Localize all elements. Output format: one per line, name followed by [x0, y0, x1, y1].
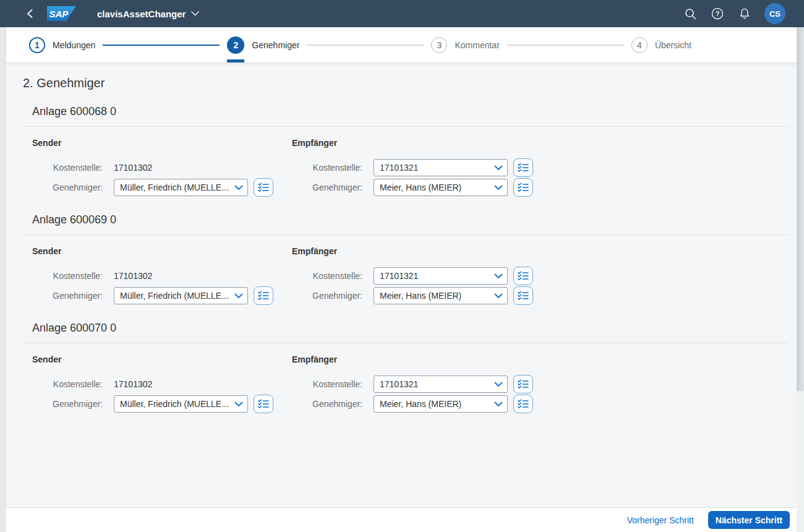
step-label: Genehmiger [252, 40, 299, 50]
next-step-button[interactable]: Nächster Schritt [708, 511, 790, 529]
genehmiger-label: Genehmiger: [292, 182, 362, 192]
anlage-section-600068: Anlage 600068 0 Sender Kostenstelle: 171… [6, 105, 797, 199]
approver-form: Sender Kostenstelle: 17101302 Genehmiger… [6, 127, 797, 199]
select-value: Müller, Friedrich (MUELLE... [120, 182, 234, 192]
kostenstelle-label: Kostenstelle: [32, 379, 103, 389]
step-number: 4 [631, 37, 648, 53]
help-button[interactable]: ? [708, 4, 727, 24]
empfaenger-genehmiger-value-help-button[interactable] [513, 178, 533, 197]
svg-text:SAP: SAP [49, 9, 69, 19]
empfaenger-genehmiger-select[interactable]: Meier, Hans (MEIER) [374, 179, 508, 196]
search-button[interactable] [680, 4, 700, 24]
anlage-title: Anlage 600069 0 [32, 213, 797, 226]
chevron-down-icon [494, 185, 503, 191]
genehmiger-label: Genehmiger: [32, 182, 103, 192]
anlage-section-600070: Anlage 600070 0 Sender Kostenstelle: 171… [6, 322, 797, 415]
chevron-down-icon [494, 401, 503, 407]
select-value: 17101321 [380, 379, 494, 389]
step-connector [307, 45, 424, 46]
empfaenger-kostenstelle-select[interactable]: 17101321 [374, 375, 508, 393]
approver-form: Sender Kostenstelle: 17101302 Genehmiger… [6, 235, 797, 307]
anlage-section-600069: Anlage 600069 0 Sender Kostenstelle: 171… [6, 213, 797, 307]
empfaenger-kostenstelle-value-help-button[interactable] [513, 158, 533, 177]
page-title: 2. Genehmiger [6, 62, 797, 90]
empfaenger-heading: Empfänger [292, 246, 797, 256]
kostenstelle-row: Kostenstelle: 17101302 [32, 375, 292, 393]
kostenstelle-row: Kostenstelle: 17101302 [32, 159, 292, 176]
chevron-down-icon [494, 165, 503, 171]
anlage-title: Anlage 600070 0 [32, 322, 797, 335]
multiselect-icon [518, 399, 529, 409]
search-icon [685, 8, 696, 20]
empfaenger-genehmiger-value-help-button[interactable] [513, 286, 533, 305]
user-avatar[interactable]: CS [764, 3, 785, 24]
empfaenger-column: Empfänger Kostenstelle: 17101321 Genehmi… [292, 246, 797, 307]
multiselect-icon [258, 182, 269, 192]
step-label: Kommentar [455, 40, 499, 50]
back-button[interactable] [17, 0, 42, 27]
kostenstelle-row: Kostenstelle: 17101302 [32, 267, 292, 285]
wizard-step-uebersicht[interactable]: 4 Übersicht [631, 27, 691, 62]
empfaenger-kostenstelle-value-help-button[interactable] [513, 375, 533, 393]
wizard-progress-bar: 1 Meldungen 2 Genehmiger 3 Kommentar 4 Ü… [6, 27, 797, 62]
genehmiger-label: Genehmiger: [32, 291, 103, 301]
empfaenger-column: Empfänger Kostenstelle: 17101321 Genehmi… [292, 138, 797, 199]
kostenstelle-label: Kostenstelle: [292, 163, 362, 173]
notifications-button[interactable] [735, 4, 755, 24]
chevron-down-icon [234, 185, 243, 191]
sender-genehmiger-value-help-button[interactable] [254, 395, 273, 413]
wizard-step-genehmiger[interactable]: 2 Genehmiger [227, 27, 299, 62]
scrollbar-thumb[interactable] [797, 27, 804, 391]
previous-step-button[interactable]: Vorheriger Schritt [623, 515, 698, 526]
genehmiger-row: Genehmiger: Meier, Hans (MEIER) [292, 179, 797, 196]
step-number: 3 [431, 37, 447, 53]
multiselect-icon [258, 399, 269, 409]
multiselect-icon [518, 182, 529, 192]
back-chevron-icon [26, 9, 33, 19]
empfaenger-genehmiger-value-help-button[interactable] [513, 395, 533, 413]
step-label: Übersicht [655, 40, 691, 50]
sender-genehmiger-select[interactable]: Müller, Friedrich (MUELLE... [114, 179, 248, 196]
multiselect-icon [258, 291, 269, 301]
app-title-menu[interactable]: clavisAssetChanger [97, 9, 199, 19]
step-connector [507, 45, 624, 46]
step-number: 1 [29, 37, 45, 53]
kostenstelle-label: Kostenstelle: [32, 163, 103, 173]
kostenstelle-label: Kostenstelle: [32, 271, 103, 281]
kostenstelle-value: 17101302 [114, 379, 152, 389]
chevron-down-icon [234, 293, 243, 299]
vertical-scrollbar[interactable] [797, 27, 804, 532]
multiselect-icon [518, 291, 529, 301]
genehmiger-label: Genehmiger: [32, 399, 103, 409]
shell-actions: ? CS [680, 3, 785, 24]
sender-genehmiger-value-help-button[interactable] [254, 286, 273, 305]
svg-text:?: ? [716, 10, 720, 17]
sender-genehmiger-value-help-button[interactable] [254, 178, 273, 197]
sender-column: Sender Kostenstelle: 17101302 Genehmiger… [32, 246, 292, 307]
sender-column: Sender Kostenstelle: 17101302 Genehmiger… [32, 354, 292, 415]
genehmiger-label: Genehmiger: [292, 291, 362, 301]
anlage-title: Anlage 600068 0 [32, 105, 797, 118]
empfaenger-kostenstelle-value-help-button[interactable] [513, 267, 533, 285]
empfaenger-kostenstelle-select[interactable]: 17101321 [374, 159, 508, 176]
empfaenger-heading: Empfänger [292, 138, 797, 148]
wizard-step-meldungen[interactable]: 1 Meldungen [29, 27, 95, 62]
sap-logo: SAP [47, 6, 76, 21]
sender-heading: Sender [32, 138, 292, 148]
select-value: 17101321 [380, 163, 494, 173]
multiselect-icon [518, 271, 529, 281]
empfaenger-column: Empfänger Kostenstelle: 17101321 Genehmi… [292, 354, 797, 415]
kostenstelle-label: Kostenstelle: [292, 271, 362, 281]
sender-genehmiger-select[interactable]: Müller, Friedrich (MUELLE... [114, 287, 248, 304]
footer-action-bar: Vorheriger Schritt Nächster Schritt [6, 507, 797, 532]
empfaenger-genehmiger-select[interactable]: Meier, Hans (MEIER) [374, 395, 508, 413]
empfaenger-kostenstelle-select[interactable]: 17101321 [374, 267, 508, 285]
empfaenger-heading: Empfänger [292, 354, 797, 364]
sender-genehmiger-select[interactable]: Müller, Friedrich (MUELLE... [114, 395, 248, 413]
empfaenger-genehmiger-select[interactable]: Meier, Hans (MEIER) [374, 287, 508, 304]
bell-icon [738, 7, 751, 20]
genehmiger-label: Genehmiger: [292, 399, 362, 409]
select-value: Meier, Hans (MEIER) [380, 182, 494, 192]
genehmiger-row: Genehmiger: Müller, Friedrich (MUELLE... [32, 179, 292, 196]
wizard-step-kommentar[interactable]: 3 Kommentar [431, 27, 499, 62]
